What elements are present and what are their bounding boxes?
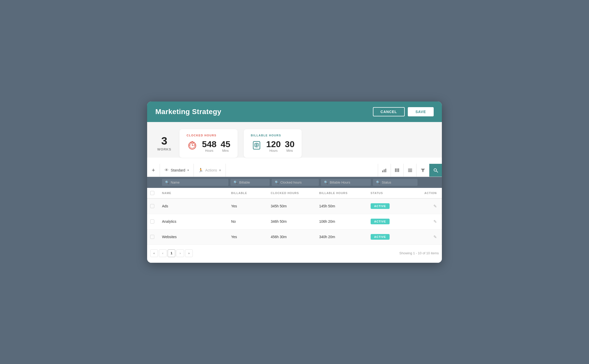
page-title: Marketing Strategy — [155, 108, 221, 116]
cell-clocked-1: 346h 50m — [269, 216, 317, 227]
last-page-button[interactable]: » — [185, 249, 193, 257]
view-label: Standard — [171, 168, 185, 172]
col-header-clocked-hours: CLOCKED HOURS — [269, 188, 317, 198]
status-search-placeholder: Status — [382, 180, 391, 184]
columns-icon-button[interactable] — [391, 164, 403, 177]
page-info-text: Showing 1 - 10 of 10 items — [399, 251, 439, 255]
clocked-search-field[interactable]: 🔍 Clocked hours — [272, 179, 319, 186]
row-checkbox-0[interactable] — [150, 204, 154, 208]
main-window: Marketing Strategy CANCEL SAVE 3 WORKS C… — [147, 102, 442, 263]
cell-status-0: ACTIVE — [369, 200, 414, 213]
chart-icon-button[interactable] — [378, 164, 391, 177]
billable-mins-group: 30 Mins — [285, 140, 294, 153]
edit-icon-2[interactable]: ✎ — [433, 235, 437, 239]
clocked-mins-number: 45 — [221, 140, 230, 148]
billable-hours-search-field[interactable]: 🔍 Billable Hours — [321, 179, 371, 186]
billable-search-placeholder: Billable — [239, 180, 250, 184]
clocked-search-placeholder: Clocked hours — [280, 180, 302, 184]
save-button[interactable]: SAVE — [408, 107, 434, 116]
svg-rect-18 — [395, 168, 396, 172]
billable-mins-number: 30 — [285, 140, 294, 148]
svg-rect-19 — [397, 168, 398, 172]
edit-icon-1[interactable]: ✎ — [433, 219, 437, 224]
cell-billable-2: Yes — [229, 231, 269, 242]
billable-hours-number: 120 — [266, 140, 281, 148]
list-icon-button[interactable] — [403, 164, 416, 177]
cell-status-2: ACTIVE — [369, 230, 414, 243]
prev-page-button[interactable]: ‹ — [159, 249, 167, 257]
billable-mins-unit: Mins — [287, 149, 293, 153]
billable-hours-search-placeholder: Billable Hours — [330, 180, 350, 184]
row-checkbox-1[interactable] — [150, 219, 154, 224]
billable-hours-unit: Hours — [269, 149, 278, 153]
col-header-billable: BILLABLE — [229, 188, 269, 198]
row-checkbox-2[interactable] — [150, 235, 154, 239]
billable-icon: $ — [251, 139, 262, 153]
clocked-mins-group: 45 Mins — [221, 140, 230, 153]
stats-row: 3 WORKS CLOCKED HOURS — [155, 129, 434, 158]
billable-hours-values: 120 Hours 30 Mins — [266, 140, 295, 153]
cell-billable-hours-1: 106h 20m — [317, 216, 369, 227]
add-button[interactable]: + — [147, 164, 160, 177]
next-page-button[interactable]: › — [176, 249, 184, 257]
page-1-button[interactable]: 1 — [168, 249, 175, 257]
svg-line-26 — [436, 171, 438, 172]
works-label: WORKS — [157, 147, 171, 151]
edit-icon-0[interactable]: ✎ — [433, 204, 437, 208]
status-badge-1: ACTIVE — [371, 219, 390, 224]
actions-label: Actions — [205, 168, 217, 172]
table-row: Ads Yes 345h 50m 145h 50m ACTIVE ✎ — [147, 199, 442, 214]
row-checkbox-cell — [150, 204, 160, 208]
col-header-action: ACTION — [414, 188, 439, 198]
status-badge-0: ACTIVE — [371, 203, 390, 209]
svg-rect-22 — [408, 170, 412, 171]
works-stat: 3 WORKS — [155, 136, 173, 151]
table-row: Websites Yes 456h 30m 340h 20m ACTIVE ✎ — [147, 229, 442, 245]
svg-text:$: $ — [256, 144, 257, 147]
actions-chevron-icon: ▾ — [219, 168, 221, 172]
cell-clocked-2: 456h 30m — [269, 231, 317, 242]
page-controls: « ‹ 1 › » — [150, 249, 193, 257]
cell-billable-1: No — [229, 216, 269, 227]
cell-billable-0: Yes — [229, 200, 269, 212]
clocked-hours-card: CLOCKED HOURS — [179, 129, 238, 158]
billable-search-field[interactable]: 🔍 Billable — [230, 179, 269, 186]
name-search-placeholder: Name — [171, 180, 180, 184]
col-header-name: NAME — [160, 188, 229, 198]
status-search-icon: 🔍 — [376, 180, 380, 184]
billable-hours-card: BILLABLE HOURS $ — [244, 129, 302, 158]
table-header: NAME BILLABLE CLOCKED HOURS BILLABLE HOU… — [147, 188, 442, 199]
eye-icon: 👁 — [165, 168, 169, 173]
cell-status-1: ACTIVE — [369, 215, 414, 228]
name-search-field[interactable]: 🔍 Name — [162, 179, 228, 186]
svg-rect-6 — [191, 141, 193, 142]
search-icon-button[interactable] — [429, 164, 442, 177]
filter-icon-button[interactable] — [416, 164, 429, 177]
cell-action-0: ✎ — [414, 200, 439, 212]
header: Marketing Strategy CANCEL SAVE — [147, 102, 442, 122]
toolbar-icons — [378, 164, 442, 177]
clocked-hours-number: 548 — [202, 140, 217, 148]
clocked-hours-group: 548 Hours — [202, 140, 217, 153]
header-buttons: CANCEL SAVE — [373, 107, 434, 116]
svg-rect-16 — [384, 169, 385, 172]
run-icon: 🏃 — [198, 168, 203, 173]
clocked-mins-unit: Mins — [222, 149, 229, 153]
toolbar: + 👁 Standard ▾ 🏃 Actions ▾ — [147, 164, 442, 177]
pagination: « ‹ 1 › » Showing 1 - 10 of 10 items — [147, 245, 442, 263]
svg-marker-24 — [421, 169, 425, 172]
first-page-button[interactable]: « — [150, 249, 158, 257]
cancel-button[interactable]: CANCEL — [373, 107, 405, 116]
billable-card-inner: BILLABLE HOURS $ — [251, 134, 295, 153]
works-number: 3 — [161, 136, 167, 146]
actions-dropdown[interactable]: 🏃 Actions ▾ — [194, 164, 226, 177]
svg-rect-23 — [408, 171, 412, 172]
view-dropdown[interactable]: 👁 Standard ▾ — [160, 164, 194, 177]
clocked-icon — [187, 139, 198, 153]
chevron-down-icon: ▾ — [187, 168, 189, 172]
billable-hours-label: BILLABLE HOURS — [251, 134, 295, 137]
select-all-checkbox[interactable] — [150, 191, 154, 195]
status-search-field[interactable]: 🔍 Status — [373, 179, 418, 186]
content-area: 3 WORKS CLOCKED HOURS — [147, 122, 442, 158]
cell-billable-hours-2: 340h 20m — [317, 231, 369, 242]
